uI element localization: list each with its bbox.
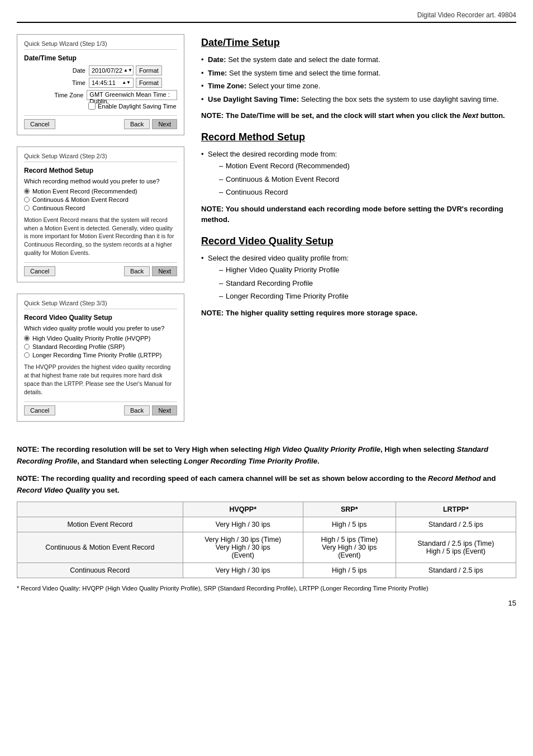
wizard2-back-button[interactable]: Back: [124, 266, 150, 276]
wizard-panel-2: Quick Setup Wizard (Step 2/3) Record Met…: [17, 147, 184, 282]
sub-motion-event: Motion Event Record (Recommended): [219, 160, 516, 172]
table-row-motion-event: Motion Event Record Very High / 30 ips H…: [17, 517, 516, 532]
cell-cm-hvqpp: Very High / 30 ips (Time)Very High / 30 …: [183, 532, 303, 563]
video-quality-bullets: Select the desired video quality profile…: [201, 253, 516, 302]
cell-cont-lrtpp: Standard / 2.5 ips: [396, 563, 516, 578]
quality-option-1[interactable]: High Video Quality Priority Profile (HVQ…: [24, 335, 177, 342]
radio-2[interactable]: [24, 197, 30, 202]
daylight-saving-label: Enable Daylight Saving Time: [98, 103, 177, 110]
record-option-1[interactable]: Motion Event Record (Recommended): [24, 188, 177, 195]
wizard2-next-button[interactable]: Next: [152, 266, 177, 276]
wizard3-next-button[interactable]: Next: [152, 405, 177, 415]
table-header-hvqpp: HVQPP*: [183, 502, 303, 517]
video-quality-intro: Select the desired video quality profile…: [201, 253, 516, 302]
record-option-3[interactable]: Continuous Record: [24, 205, 177, 211]
section-video-quality: Record Video Quality Setup Select the de…: [201, 235, 516, 319]
wizard2-section: Record Method Setup: [24, 167, 177, 174]
wizard3-cancel-button[interactable]: Cancel: [24, 405, 55, 415]
quality-option-2[interactable]: Standard Recording Profile (SRP): [24, 343, 177, 350]
section-record-method: Record Method Setup Select the desired r…: [201, 131, 516, 225]
quality-radio-2[interactable]: [24, 344, 30, 349]
radio-1[interactable]: [24, 188, 30, 194]
date-spinner[interactable]: ▲▼: [123, 68, 132, 73]
row-label-continuous: Continuous Record: [17, 563, 183, 578]
record-method-sublist: Motion Event Record (Recommended) Contin…: [208, 160, 516, 198]
section-datetime: Date/Time Setup Date: Set the system dat…: [201, 37, 516, 121]
cell-cm-srp: High / 5 ips (Time)Very High / 30 ips(Ev…: [303, 532, 396, 563]
sub-continuous: Continuous Record: [219, 187, 516, 198]
video-quality-heading: Record Video Quality Setup: [201, 235, 516, 247]
datetime-note: NOTE: The Date/Time will be set, and the…: [201, 110, 516, 121]
wizard1-next-button[interactable]: Next: [152, 119, 177, 129]
record-option-3-label: Continuous Record: [32, 205, 85, 211]
right-column: Date/Time Setup Date: Set the system dat…: [201, 34, 516, 433]
wizard2-cancel-button[interactable]: Cancel: [24, 266, 55, 276]
record-method-note: NOTE: You should understand each recordi…: [201, 204, 516, 225]
wizard3-title: Quick Setup Wizard (Step 3/3): [24, 300, 177, 309]
record-option-1-label: Motion Event Record (Recommended): [32, 188, 137, 195]
quality-option-1-label: High Video Quality Priority Profile (HVQ…: [32, 335, 150, 342]
wizard-panel-1: Quick Setup Wizard (Step 1/3) Date/Time …: [17, 34, 184, 135]
wizard2-question: Which recording method would you prefer …: [24, 178, 177, 185]
quality-radio-1[interactable]: [24, 336, 30, 341]
table-header-empty: [17, 502, 183, 517]
cell-cont-hvqpp: Very High / 30 ips: [183, 563, 303, 578]
video-quality-note: NOTE: The higher quality setting require…: [201, 308, 516, 319]
sub-continuous-motion: Continuous & Motion Event Record: [219, 174, 516, 185]
datetime-bullets: Date: Set the system date and select the…: [201, 54, 516, 105]
wizard3-description: The HVQPP provides the highest video qua…: [24, 363, 177, 396]
daylight-saving-checkbox[interactable]: [88, 102, 96, 110]
wizard1-section: Date/Time Setup: [24, 54, 177, 62]
time-label: Time: [46, 79, 85, 86]
cell-motion-srp: High / 5 ips: [303, 517, 396, 532]
date-label: Date: [46, 67, 85, 74]
wizard2-title: Quick Setup Wizard (Step 2/3): [24, 153, 177, 162]
cell-motion-hvqpp: Very High / 30 ips: [183, 517, 303, 532]
bullet-timezone: Time Zone: Select your time zone.: [201, 81, 516, 92]
timezone-input[interactable]: GMT Greenwich Mean Time : Dublin,: [87, 90, 177, 100]
wizard2-description: Motion Event Record means that the syste…: [24, 216, 177, 257]
time-input[interactable]: 14:45:11 ▲▼: [89, 78, 134, 88]
wizard-panel-3: Quick Setup Wizard (Step 3/3) Record Vid…: [17, 294, 184, 422]
row-label-motion-event: Motion Event Record: [17, 517, 183, 532]
bottom-note-1: NOTE: The recording resolution will be s…: [17, 444, 516, 467]
wizard1-cancel-button[interactable]: Cancel: [24, 119, 55, 129]
sub-srp: Standard Recording Profile: [219, 278, 516, 289]
record-method-bullets: Select the desired recording mode from: …: [201, 149, 516, 198]
wizard3-back-button[interactable]: Back: [124, 405, 150, 415]
quality-option-3-label: Longer Recording Time Priority Profile (…: [32, 352, 162, 358]
table-footnote: * Record Video Quality: HVQPP (High Vide…: [17, 584, 516, 593]
cell-motion-lrtpp: Standard / 2.5 ips: [396, 517, 516, 532]
time-spinner[interactable]: ▲▼: [122, 81, 131, 85]
time-format-button[interactable]: Format: [136, 78, 162, 88]
table-row-continuous-motion: Continuous & Motion Event Record Very Hi…: [17, 532, 516, 563]
sub-lrtpp: Longer Recording Time Priority Profile: [219, 291, 516, 302]
table-header-lrtpp: LRTPP*: [396, 502, 516, 517]
cell-cm-lrtpp: Standard / 2.5 ips (Time)High / 5 ips (E…: [396, 532, 516, 563]
quality-table: HVQPP* SRP* LRTPP* Motion Event Record V…: [17, 502, 516, 578]
date-input[interactable]: 2010/07/22 ▲▼: [89, 65, 134, 75]
bottom-section: NOTE: The recording resolution will be s…: [17, 444, 516, 607]
datetime-heading: Date/Time Setup: [201, 37, 516, 49]
record-method-heading: Record Method Setup: [201, 131, 516, 143]
wizard1-back-button[interactable]: Back: [124, 119, 150, 129]
bullet-daylight: Use Daylight Saving Time: Selecting the …: [201, 94, 516, 105]
bullet-date: Date: Set the system date and select the…: [201, 54, 516, 65]
quality-option-3[interactable]: Longer Recording Time Priority Profile (…: [24, 352, 177, 358]
timezone-label: Time Zone: [46, 92, 83, 98]
cell-cont-srp: High / 5 ips: [303, 563, 396, 578]
wizard3-question: Which video quality profile would you pr…: [24, 325, 177, 332]
wizard3-section: Record Video Quality Setup: [24, 314, 177, 322]
page-header: Digital Video Recorder art. 49804: [17, 11, 516, 23]
row-label-continuous-motion: Continuous & Motion Event Record: [17, 532, 183, 563]
record-option-2-label: Continuous & Motion Event Record: [32, 196, 129, 203]
radio-3[interactable]: [24, 205, 30, 211]
wizard-panels: Quick Setup Wizard (Step 1/3) Date/Time …: [17, 34, 184, 433]
record-method-intro: Select the desired recording mode from: …: [201, 149, 516, 198]
bullet-time: Time: Set the system time and select the…: [201, 68, 516, 79]
wizard1-title: Quick Setup Wizard (Step 1/3): [24, 40, 177, 50]
sub-hvqpp: Higher Video Quality Priority Profile: [219, 264, 516, 276]
quality-radio-3[interactable]: [24, 352, 30, 358]
date-format-button[interactable]: Format: [136, 65, 162, 75]
record-option-2[interactable]: Continuous & Motion Event Record: [24, 196, 177, 203]
